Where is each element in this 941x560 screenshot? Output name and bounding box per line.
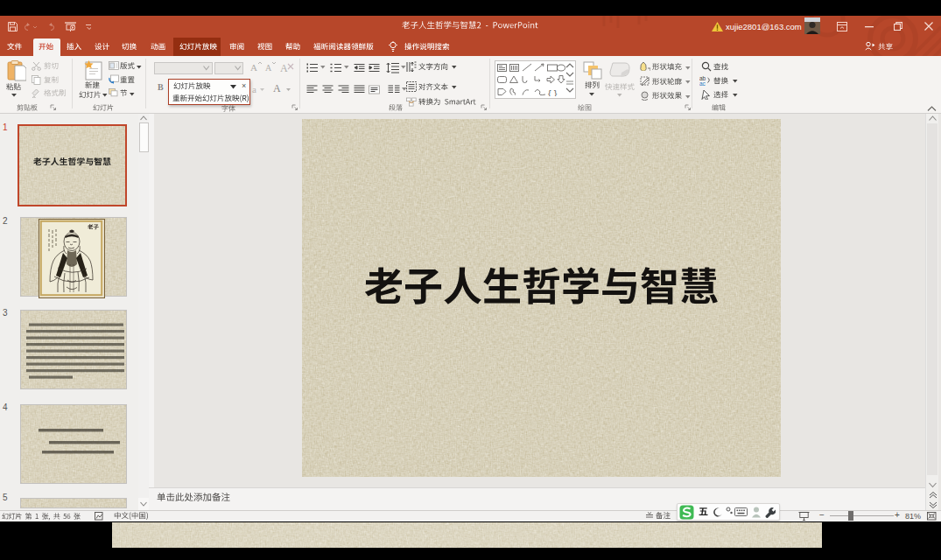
svg-text:ac: ac	[699, 80, 706, 86]
svg-text:A: A	[265, 63, 272, 73]
svg-text:{ }: { }	[548, 88, 558, 96]
svg-text:A: A	[280, 62, 288, 74]
svg-text:A: A	[250, 62, 257, 73]
